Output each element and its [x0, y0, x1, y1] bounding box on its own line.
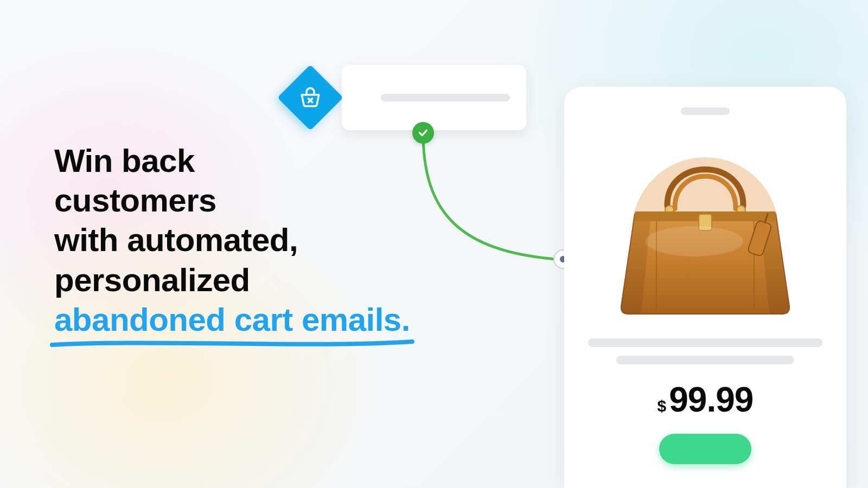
headline-highlight: abandoned cart emails.: [54, 300, 410, 339]
headline-highlight-text: abandoned cart emails.: [54, 301, 410, 338]
product-cta-button[interactable]: [659, 434, 751, 464]
product-placeholder-line-2: [616, 356, 794, 364]
svg-point-8: [646, 226, 743, 256]
product-image: [588, 125, 822, 325]
headline-line-3: with automated,: [54, 220, 410, 260]
flow-connector: [412, 122, 575, 274]
handbag-illustration-icon: [602, 127, 808, 323]
headline-line-1: Win back: [54, 141, 410, 181]
product-price: $ 99.99: [658, 380, 754, 420]
product-placeholder-line-1: [588, 338, 822, 347]
product-card: $ 99.99: [564, 87, 846, 488]
promo-canvas: Win back customers with automated, perso…: [0, 0, 868, 488]
headline-line-4: personalized: [54, 260, 410, 300]
check-icon: [417, 127, 429, 139]
basket-x-icon: [299, 86, 322, 109]
headline: Win back customers with automated, perso…: [54, 141, 410, 339]
automation-trigger-card: [342, 65, 526, 130]
flow-check-node: [412, 122, 434, 144]
currency-symbol: $: [658, 397, 666, 415]
trigger-placeholder-line: [381, 94, 510, 101]
headline-line-2: customers: [54, 181, 410, 220]
abandoned-cart-badge: [278, 65, 343, 130]
price-value: 99.99: [669, 380, 753, 420]
underline-stroke-icon: [50, 337, 414, 349]
product-top-placeholder: [681, 107, 730, 115]
